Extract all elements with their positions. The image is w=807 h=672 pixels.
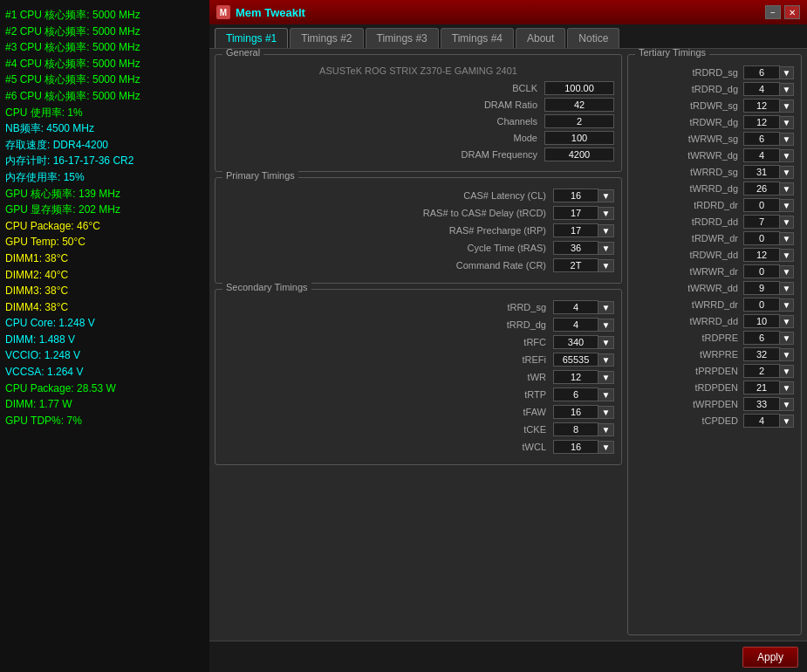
tab-about[interactable]: About (516, 28, 565, 48)
timing-control[interactable]: ▼ (743, 231, 794, 245)
tertiary-input[interactable] (743, 298, 780, 312)
timing-dropdown-arrow[interactable]: ▼ (598, 441, 614, 454)
timing-control[interactable]: ▼ (743, 215, 794, 229)
timing-control[interactable]: ▼ (743, 381, 794, 394)
timing-control[interactable]: ▼ (743, 198, 794, 212)
timing-input[interactable] (553, 387, 598, 401)
timing-input[interactable] (553, 223, 598, 237)
tertiary-input[interactable] (743, 414, 780, 428)
timing-input[interactable] (553, 422, 598, 436)
timing-input[interactable] (553, 353, 598, 367)
tertiary-input[interactable] (743, 231, 780, 245)
timing-control[interactable]: ▼ (553, 258, 614, 272)
tab-timings4[interactable]: Timings #4 (441, 28, 514, 48)
timing-control[interactable]: ▼ (743, 115, 794, 129)
timing-control[interactable]: ▼ (743, 65, 794, 79)
timing-dropdown-arrow[interactable]: ▼ (598, 423, 614, 436)
timing-input[interactable] (553, 300, 598, 314)
tab-timings1[interactable]: Timings #1 (215, 28, 288, 48)
tertiary-dropdown-arrow[interactable]: ▼ (780, 232, 794, 245)
timing-control[interactable]: ▼ (743, 264, 794, 278)
tertiary-input[interactable] (743, 99, 780, 113)
timing-input[interactable] (553, 335, 598, 349)
timing-control[interactable]: ▼ (743, 347, 794, 361)
timing-control[interactable]: ▼ (743, 132, 794, 146)
timing-dropdown-arrow[interactable]: ▼ (598, 189, 614, 202)
timing-input[interactable] (553, 206, 598, 220)
timing-control[interactable]: ▼ (743, 364, 794, 378)
timing-dropdown-arrow[interactable]: ▼ (598, 388, 614, 401)
tertiary-input[interactable] (743, 65, 780, 79)
tertiary-dropdown-arrow[interactable]: ▼ (780, 365, 794, 378)
tab-timings2[interactable]: Timings #2 (290, 28, 363, 48)
tertiary-input[interactable] (743, 215, 780, 229)
tertiary-dropdown-arrow[interactable]: ▼ (780, 99, 794, 113)
timing-control[interactable]: ▼ (553, 440, 614, 454)
timing-control[interactable]: ▼ (743, 298, 794, 312)
tertiary-input[interactable] (743, 182, 780, 195)
timing-control[interactable]: ▼ (553, 405, 614, 419)
tertiary-input[interactable] (743, 198, 780, 212)
timing-control[interactable]: ▼ (553, 353, 614, 367)
timing-input[interactable] (553, 258, 598, 272)
tertiary-dropdown-arrow[interactable]: ▼ (780, 332, 794, 345)
tertiary-dropdown-arrow[interactable]: ▼ (780, 149, 794, 162)
timing-control[interactable]: ▼ (553, 422, 614, 436)
timing-input[interactable] (553, 241, 598, 255)
tertiary-dropdown-arrow[interactable]: ▼ (780, 398, 794, 411)
timing-control[interactable]: ▼ (743, 397, 794, 411)
timing-control[interactable]: ▼ (553, 241, 614, 255)
tertiary-dropdown-arrow[interactable]: ▼ (780, 298, 794, 312)
tertiary-input[interactable] (743, 248, 780, 262)
timing-control[interactable]: ▼ (743, 331, 794, 345)
timing-dropdown-arrow[interactable]: ▼ (598, 336, 614, 349)
timing-control[interactable]: ▼ (553, 223, 614, 237)
timing-control[interactable]: ▼ (743, 281, 794, 295)
tertiary-dropdown-arrow[interactable]: ▼ (780, 199, 794, 212)
timing-control[interactable]: ▼ (743, 82, 794, 96)
tab-timings3[interactable]: Timings #3 (366, 28, 439, 48)
timing-control[interactable]: ▼ (743, 414, 794, 428)
timing-dropdown-arrow[interactable]: ▼ (598, 406, 614, 419)
tertiary-dropdown-arrow[interactable]: ▼ (780, 381, 794, 394)
tertiary-input[interactable] (743, 148, 780, 162)
timing-input[interactable] (553, 189, 598, 202)
timing-control[interactable]: ▼ (553, 387, 614, 401)
timing-dropdown-arrow[interactable]: ▼ (598, 371, 614, 384)
timing-control[interactable]: ▼ (553, 318, 614, 332)
tertiary-dropdown-arrow[interactable]: ▼ (780, 315, 794, 328)
timing-dropdown-arrow[interactable]: ▼ (598, 353, 614, 367)
timing-input[interactable] (553, 405, 598, 419)
timing-dropdown-arrow[interactable]: ▼ (598, 242, 614, 255)
timing-control[interactable]: ▼ (743, 248, 794, 262)
tertiary-input[interactable] (743, 264, 780, 278)
tertiary-input[interactable] (743, 347, 780, 361)
tertiary-dropdown-arrow[interactable]: ▼ (780, 415, 794, 428)
timing-input[interactable] (553, 370, 598, 384)
tertiary-dropdown-arrow[interactable]: ▼ (780, 182, 794, 195)
timing-dropdown-arrow[interactable]: ▼ (598, 259, 614, 272)
tertiary-input[interactable] (743, 331, 780, 345)
tertiary-dropdown-arrow[interactable]: ▼ (780, 265, 794, 278)
timing-control[interactable]: ▼ (553, 300, 614, 314)
tertiary-input[interactable] (743, 314, 780, 328)
timing-control[interactable]: ▼ (553, 370, 614, 384)
tertiary-dropdown-arrow[interactable]: ▼ (780, 83, 794, 96)
tertiary-dropdown-arrow[interactable]: ▼ (780, 116, 794, 129)
tertiary-input[interactable] (743, 82, 780, 96)
timing-control[interactable]: ▼ (743, 165, 794, 179)
timing-control[interactable]: ▼ (743, 314, 794, 328)
timing-control[interactable]: ▼ (743, 148, 794, 162)
tertiary-dropdown-arrow[interactable]: ▼ (780, 348, 794, 361)
tertiary-dropdown-arrow[interactable]: ▼ (780, 133, 794, 146)
tertiary-input[interactable] (743, 281, 780, 295)
timing-dropdown-arrow[interactable]: ▼ (598, 301, 614, 314)
tertiary-dropdown-arrow[interactable]: ▼ (780, 216, 794, 229)
timing-input[interactable] (553, 318, 598, 332)
tab-notice[interactable]: Notice (567, 28, 619, 48)
timing-dropdown-arrow[interactable]: ▼ (598, 207, 614, 220)
timing-dropdown-arrow[interactable]: ▼ (598, 224, 614, 237)
tertiary-dropdown-arrow[interactable]: ▼ (780, 249, 794, 262)
tertiary-dropdown-arrow[interactable]: ▼ (780, 282, 794, 295)
timing-control[interactable]: ▼ (743, 182, 794, 195)
